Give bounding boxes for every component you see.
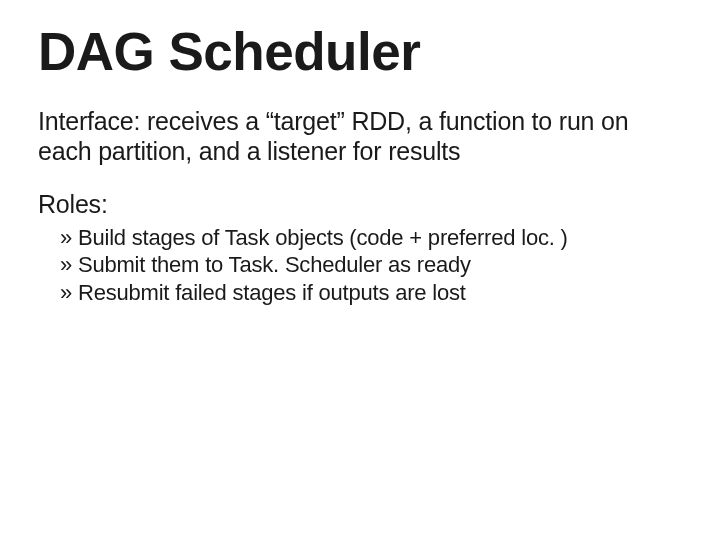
list-item: Submit them to Task. Scheduler as ready bbox=[60, 251, 682, 279]
roles-list: Build stages of Task objects (code + pre… bbox=[38, 224, 682, 307]
slide-title: DAG Scheduler bbox=[38, 24, 682, 80]
interface-paragraph: Interface: receives a “target” RDD, a fu… bbox=[38, 106, 682, 167]
list-item: Build stages of Task objects (code + pre… bbox=[60, 224, 682, 252]
roles-label: Roles: bbox=[38, 189, 682, 220]
list-item: Resubmit failed stages if outputs are lo… bbox=[60, 279, 682, 307]
slide: DAG Scheduler Interface: receives a “tar… bbox=[0, 0, 720, 540]
